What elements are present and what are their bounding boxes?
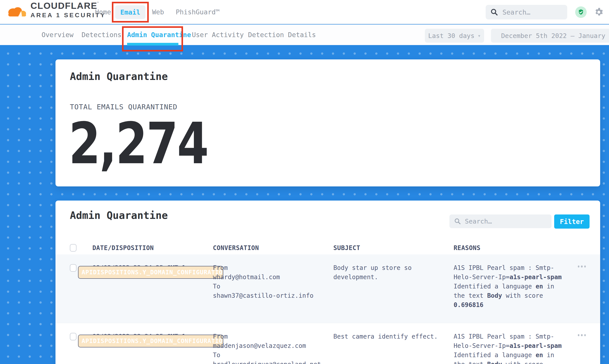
column-header-subject: SUBJECT bbox=[333, 244, 454, 252]
disposition-badge: APIDISPOSITIONS.Y_DOMAIN_CONFIGURATION bbox=[78, 266, 223, 279]
cloudflare-cloud-icon bbox=[6, 5, 27, 18]
tab-detection-details[interactable]: Detection Details bbox=[248, 25, 316, 45]
column-header-conversation: CONVERSATION bbox=[213, 244, 333, 252]
column-header-date-disposition: DATE/DISPOSITION bbox=[92, 244, 213, 252]
row-subject: Body star up store so development. bbox=[333, 263, 454, 310]
date-range-text: December 5th 2022 — January 4th 2023 bbox=[501, 32, 609, 39]
brand-text: CLOUDFLARE’ AREA 1 SECURITY bbox=[30, 1, 106, 19]
disposition-badge: APIDISPOSITIONS.Y_DOMAIN_CONFIGURATION bbox=[78, 335, 223, 347]
time-range-selector[interactable]: Last 30 days ▾ bbox=[425, 29, 484, 43]
row-reasons: A1S IPBL Pearl spam : Smtp-Helo-Server-I… bbox=[454, 332, 567, 364]
topnav-item-email[interactable]: Email bbox=[115, 5, 146, 19]
row-conversation: Fromwhardy@hotmail.comToshawn37@castillo… bbox=[213, 263, 333, 310]
row-actions-ellipsis-icon[interactable] bbox=[578, 265, 586, 267]
table-body: 08/03/2022 23:34:25 GMT+1 Fromwhardy@hot… bbox=[55, 254, 600, 364]
table-row: 08/03/2022 23:34:25 GMT+1 Fromwhardy@hot… bbox=[55, 254, 600, 323]
row-actions-ellipsis-icon[interactable] bbox=[578, 334, 586, 336]
top-navigation-bar: CLOUDFLARE’ AREA 1 SECURITY Home Email W… bbox=[0, 0, 609, 24]
quarantine-table-card: Admin Quarantine Filter DATE/DISPOSITION… bbox=[55, 201, 600, 364]
metric-value: 2,274 bbox=[69, 115, 208, 172]
topnav-item-phishguard[interactable]: PhishGuard™ bbox=[176, 0, 220, 24]
select-all-checkbox[interactable] bbox=[70, 244, 77, 252]
table-row: 08/03/2022 23:34:25 GMT+1 Frommaddenjaso… bbox=[55, 323, 600, 364]
table-search bbox=[449, 214, 552, 228]
row-reasons: A1S IPBL Pearl spam : Smtp-Helo-Server-I… bbox=[454, 263, 567, 310]
topnav-item-home[interactable]: Home bbox=[95, 0, 111, 24]
column-header-reasons: REASONS bbox=[454, 244, 567, 252]
gear-icon[interactable] bbox=[594, 7, 604, 17]
chevron-down-icon: ▾ bbox=[478, 33, 481, 39]
table-search-input[interactable] bbox=[465, 218, 538, 225]
area1-dashboard: CLOUDFLARE’ AREA 1 SECURITY Home Email W… bbox=[0, 0, 609, 364]
global-search-input[interactable] bbox=[502, 8, 560, 16]
tab-admin-quarantine[interactable]: Admin Quarantine bbox=[127, 25, 191, 45]
metric-label: TOTAL EMAILS QUARANTINED bbox=[70, 103, 177, 111]
row-subject: Best camera identify effect. bbox=[333, 332, 454, 364]
search-icon bbox=[490, 8, 499, 16]
time-range-label: Last 30 days bbox=[428, 32, 474, 39]
brand-subtitle: AREA 1 SECURITY bbox=[30, 12, 106, 19]
tab-overview[interactable]: Overview bbox=[41, 25, 74, 45]
search-icon bbox=[454, 218, 461, 225]
date-range-display[interactable]: December 5th 2022 — January 4th 2023 bbox=[491, 29, 609, 43]
tab-user-activity[interactable]: User Activity bbox=[192, 25, 244, 45]
row-conversation: Frommaddenjason@velazquez.comTobradleyro… bbox=[213, 332, 333, 364]
security-status-badge[interactable] bbox=[575, 6, 587, 18]
row-checkbox[interactable] bbox=[70, 264, 77, 272]
filter-button[interactable]: Filter bbox=[554, 214, 590, 229]
table-card-title: Admin Quarantine bbox=[70, 209, 168, 221]
quarantine-summary-card: Admin Quarantine TOTAL EMAILS QUARANTINE… bbox=[55, 59, 600, 186]
brand-name: CLOUDFLARE’ bbox=[30, 1, 106, 10]
global-search bbox=[486, 5, 567, 19]
email-section-tabs: Overview Detections Admin Quarantine Use… bbox=[0, 25, 609, 45]
tab-detections[interactable]: Detections bbox=[81, 25, 122, 45]
row-checkbox[interactable] bbox=[70, 333, 77, 340]
cloudflare-logo[interactable]: CLOUDFLARE’ AREA 1 SECURITY bbox=[6, 1, 106, 19]
topnav-item-web[interactable]: Web bbox=[152, 0, 164, 24]
table-header-row: DATE/DISPOSITIONCONVERSATIONSUBJECTREASO… bbox=[70, 241, 586, 254]
summary-card-title: Admin Quarantine bbox=[70, 70, 168, 82]
active-tab-underline bbox=[127, 43, 178, 46]
shield-check-icon bbox=[577, 9, 584, 16]
